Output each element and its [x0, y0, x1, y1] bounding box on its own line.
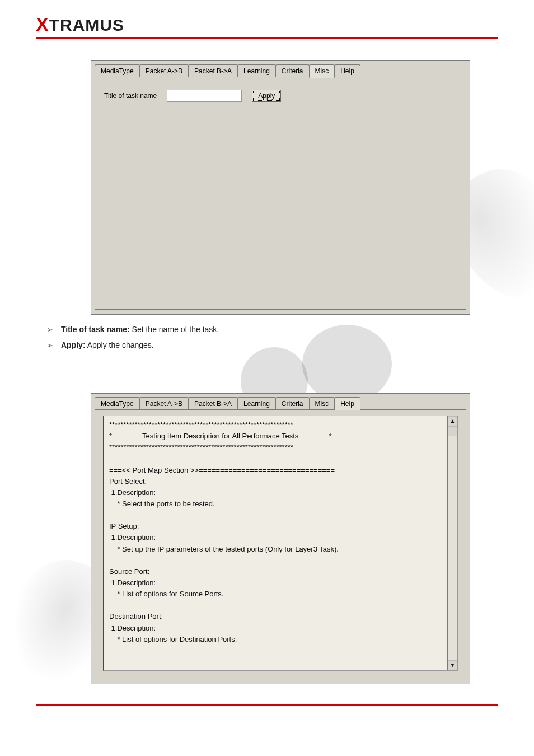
task-title-input[interactable]: [167, 90, 242, 102]
help-tab-body: ****************************************…: [95, 409, 466, 679]
notes-list: ➢ Title of task name: Set the name of th…: [47, 325, 219, 356]
tab-mediatype[interactable]: MediaType: [95, 397, 140, 410]
help-panel: MediaType Packet A->B Packet B->A Learni…: [91, 393, 470, 684]
tab-packet-ab[interactable]: Packet A->B: [139, 397, 189, 410]
tab-bar: MediaType Packet A->B Packet B->A Learni…: [95, 64, 360, 78]
list-item: ➢ Title of task name: Set the name of th…: [47, 325, 219, 335]
bullet-icon: ➢: [47, 340, 53, 351]
tab-criteria[interactable]: Criteria: [275, 397, 310, 410]
scroll-down-icon[interactable]: ▼: [448, 660, 457, 670]
tab-packet-ba[interactable]: Packet B->A: [188, 397, 238, 410]
title-of-task-label: Title of task name: [104, 92, 157, 100]
tab-bar: MediaType Packet A->B Packet B->A Learni…: [95, 397, 360, 410]
help-textarea[interactable]: ****************************************…: [103, 416, 458, 671]
tab-help[interactable]: Help: [334, 64, 360, 78]
footer-rule: [36, 704, 498, 706]
scroll-up-icon[interactable]: ▲: [448, 416, 457, 426]
tab-misc[interactable]: Misc: [309, 397, 335, 410]
tab-packet-ba[interactable]: Packet B->A: [188, 64, 238, 78]
misc-panel: MediaType Packet A->B Packet B->A Learni…: [91, 60, 470, 315]
tab-learning[interactable]: Learning: [237, 64, 276, 78]
tab-mediatype[interactable]: MediaType: [95, 64, 140, 78]
header-rule: [36, 37, 498, 39]
help-text-content: ****************************************…: [109, 421, 339, 643]
bullet-icon: ➢: [47, 325, 53, 335]
tab-misc[interactable]: Misc: [309, 64, 335, 78]
apply-button[interactable]: Apply: [252, 90, 281, 102]
scroll-thumb[interactable]: [448, 426, 457, 436]
note-text: Title of task name: Set the name of the …: [61, 325, 219, 334]
note-text: Apply: Apply the changes.: [61, 340, 154, 349]
tab-criteria[interactable]: Criteria: [275, 64, 310, 78]
misc-tab-body: Title of task name Apply: [95, 77, 466, 310]
list-item: ➢ Apply: Apply the changes.: [47, 340, 219, 351]
tab-learning[interactable]: Learning: [237, 397, 276, 410]
tab-help[interactable]: Help: [334, 397, 360, 410]
brand-logo: XTRAMUS: [36, 13, 124, 35]
tab-packet-ab[interactable]: Packet A->B: [139, 64, 189, 78]
scrollbar[interactable]: ▲ ▼: [447, 416, 457, 670]
